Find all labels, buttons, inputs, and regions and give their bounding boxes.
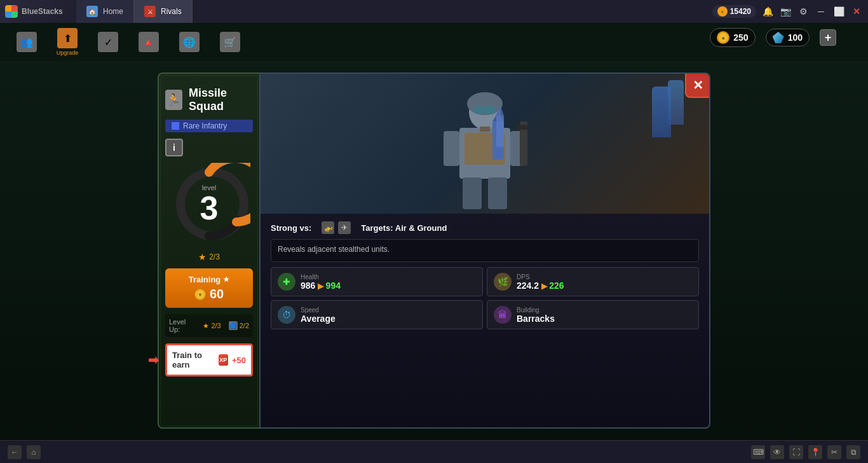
eye-icon[interactable]: 👁 — [770, 445, 784, 459]
world-icon: 🌐 — [179, 32, 200, 52]
rivals-tab-icon: ⚔ — [144, 6, 156, 17]
targets-label: Targets: Air & Ground — [361, 223, 447, 233]
nav-battle[interactable]: 🔺 — [135, 28, 163, 56]
svg-rect-6 — [444, 131, 459, 166]
window-close-icon[interactable]: ✕ — [850, 5, 863, 18]
rarity-color-square — [172, 122, 179, 130]
svg-rect-9 — [515, 125, 528, 130]
level-up-row: Level Up: ★ 2/3 🟦 2/2 — [165, 314, 253, 337]
bluestacks-icon — [5, 5, 18, 18]
level-up-stars-value: 2/3 — [211, 322, 220, 329]
add-currency-button[interactable]: + — [820, 29, 836, 46]
multi-window-icon[interactable]: ⧉ — [846, 445, 860, 459]
stars-row: ★ 2/3 — [198, 252, 220, 262]
health-stat-content: Health 986 ▶ 994 — [301, 273, 476, 291]
speed-stat-card: ⏱ Speed Average — [271, 300, 483, 329]
dps-value: 224.2 ▶ 226 — [517, 280, 692, 291]
settings-gear-icon[interactable]: ⚙ — [797, 5, 810, 18]
health-icon: ✚ — [278, 273, 295, 291]
training-button[interactable]: Training ★ ● 60 — [165, 268, 253, 308]
arrow-left-icon: ➡ — [148, 352, 159, 368]
unit-name: Missile Squad — [189, 86, 253, 113]
titlebar-currency: ● 15420 — [712, 5, 756, 18]
rarity-badge: Rare Infantry — [165, 120, 253, 132]
missile-bg-1 — [652, 86, 671, 137]
nav-shop[interactable]: 🛒 — [216, 28, 244, 56]
diamond-icon — [773, 32, 784, 43]
modal-close-button[interactable]: ✕ — [685, 73, 710, 98]
level-up-stars: ★ 2/3 — [203, 322, 220, 330]
modal-overlay: 🏃 Missile Squad Rare Infantry i — [0, 61, 868, 440]
unit-description: Reveals adjacent stealthed units. — [271, 239, 699, 262]
xp-icon: XP — [219, 354, 228, 366]
battle-icon: 🔺 — [139, 32, 159, 52]
gold-value: 250 — [733, 32, 748, 43]
camera-icon[interactable]: 📷 — [779, 5, 792, 18]
training-star-icon: ★ — [223, 275, 229, 284]
top-right-currency: ● 250 100 + — [710, 28, 836, 47]
diamond-display: 100 — [766, 29, 810, 46]
svg-rect-5 — [480, 127, 490, 132]
rarity-text: Rare Infantry — [183, 121, 227, 130]
building-label: Building — [517, 307, 692, 314]
training-label-row: Training ★ — [172, 275, 247, 284]
tab-home-label: Home — [103, 7, 123, 16]
location-icon[interactable]: 📍 — [808, 445, 822, 459]
level-display: level 3 — [200, 184, 219, 225]
unit-icon: 🏃 — [165, 90, 182, 110]
titlebar-currency-value: 15420 — [730, 7, 751, 16]
dps-next: 226 — [549, 280, 564, 291]
stats-area: Strong vs: 🚁 ✈ Targets: Air & Ground Rev… — [261, 214, 709, 427]
keyboard-icon[interactable]: ⌨ — [751, 445, 765, 459]
minimize-icon[interactable]: ─ — [815, 5, 827, 18]
shop-icon: 🛒 — [220, 32, 240, 52]
hero-silhouette-svg — [421, 77, 548, 214]
vs-icon-2: ✈ — [338, 221, 351, 234]
home-icon[interactable]: ⌂ — [27, 445, 41, 459]
diamond-value: 100 — [788, 32, 803, 43]
unit-right-panel: ✕ — [259, 73, 710, 429]
level-number: 3 — [200, 190, 219, 226]
scissors-icon[interactable]: ✂ — [827, 445, 841, 459]
train-earn-banner: ➡ Train to earn XP +50 ⬅ — [165, 343, 253, 377]
training-cost-row: ● 60 — [172, 287, 247, 301]
gold-coin-icon: ● — [717, 31, 729, 44]
unit-modal: 🏃 Missile Squad Rare Infantry i — [158, 73, 710, 429]
tab-home[interactable]: 🏠 Home — [76, 0, 134, 23]
upgrade-label: Upgrade — [57, 50, 79, 56]
fullscreen-icon[interactable]: ⛶ — [789, 445, 803, 459]
back-arrow-icon[interactable]: ← — [8, 445, 22, 459]
gold-display: ● 250 — [710, 28, 755, 47]
svg-rect-10 — [463, 177, 482, 209]
level-ring: level 3 — [168, 163, 250, 245]
svg-rect-15 — [496, 115, 504, 147]
info-button[interactable]: i — [165, 139, 183, 156]
level-up-label: Level Up: — [169, 318, 195, 333]
speed-value: Average — [301, 314, 476, 324]
upgrade-icon: ⬆ — [57, 28, 78, 48]
notification-bell-icon[interactable]: 🔔 — [761, 5, 774, 18]
star-icon: ★ — [198, 252, 207, 262]
nav-world[interactable]: 🌐 — [175, 28, 203, 56]
nav-check[interactable]: ✓ — [94, 28, 122, 56]
level-up-pieces: 🟦 2/2 — [229, 321, 249, 330]
dps-icon: 🌿 — [494, 273, 512, 291]
health-current: 986 — [301, 280, 315, 291]
description-text: Reveals adjacent stealthed units. — [278, 245, 390, 254]
nav-upgrade[interactable]: ⬆ Upgrade — [53, 28, 81, 56]
training-cost-value: 60 — [210, 287, 224, 301]
bottom-taskbar: ← ⌂ ⌨ 👁 ⛶ 📍 ✂ ⧉ — [0, 440, 868, 463]
training-coin-icon: ● — [194, 289, 206, 300]
tab-rivals[interactable]: ⚔ Rivals — [134, 0, 193, 23]
nav-troops[interactable]: 👥 — [13, 28, 41, 56]
building-stat-content: Building Barracks — [517, 307, 692, 324]
building-value: Barracks — [517, 314, 692, 324]
dps-arrow-icon: ▶ — [541, 282, 549, 291]
dps-current: 224.2 — [517, 280, 539, 291]
unit-title-row: 🏃 Missile Squad — [165, 86, 253, 113]
restore-icon[interactable]: ⬜ — [832, 5, 845, 18]
bottom-right: ⌨ 👁 ⛶ 📍 ✂ ⧉ — [751, 445, 860, 459]
strong-vs-label: Strong vs: — [271, 223, 311, 233]
dps-label: DPS — [517, 273, 692, 280]
dps-stat-content: DPS 224.2 ▶ 226 — [517, 273, 692, 291]
